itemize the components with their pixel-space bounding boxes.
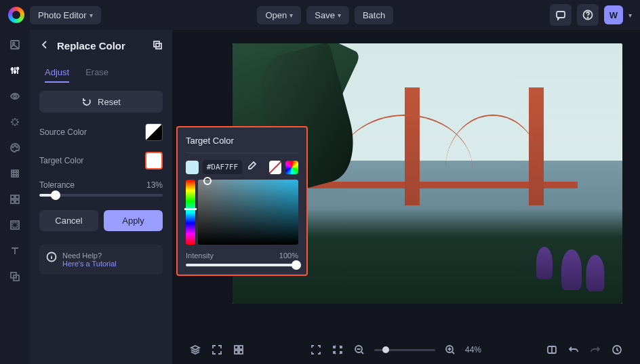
chevron-down-icon: ▾ (338, 12, 341, 19)
reset-label: Reset (98, 97, 121, 107)
help-tutorial-link[interactable]: Here's a Tutorial (62, 260, 117, 268)
zoom-slider[interactable] (374, 349, 435, 351)
svg-rect-21 (154, 41, 159, 47)
chat-icon (555, 9, 566, 20)
intensity-slider[interactable] (186, 264, 298, 266)
target-color-popup: Target Color #DAF7FF Intensity 100% (176, 126, 308, 276)
elements-tool-icon[interactable] (8, 193, 22, 206)
open-button[interactable]: Open ▾ (257, 6, 301, 24)
svg-rect-27 (239, 350, 243, 354)
side-panel: Replace Color Adjust Erase Reset Source … (30, 30, 172, 364)
zoom-out-icon[interactable] (353, 343, 366, 357)
svg-point-5 (12, 68, 14, 70)
rainbow-swatch[interactable] (285, 161, 298, 174)
fullscreen-icon[interactable] (309, 343, 323, 357)
svg-rect-13 (11, 195, 14, 199)
zoom-percent: 44% (465, 345, 481, 355)
tab-erase[interactable]: Erase (85, 63, 108, 83)
crop-tool-icon[interactable] (8, 167, 22, 180)
text-tool-icon[interactable] (8, 244, 22, 258)
redo-icon[interactable] (588, 343, 602, 357)
svg-point-9 (12, 146, 14, 148)
left-rail (0, 30, 30, 364)
svg-rect-26 (235, 350, 238, 354)
svg-rect-12 (12, 170, 18, 177)
app-selector[interactable]: Photo Editor ▾ (30, 6, 101, 24)
expand-icon[interactable] (210, 343, 224, 357)
svg-rect-16 (16, 200, 19, 203)
tolerance-slider[interactable] (39, 194, 163, 197)
back-button[interactable] (39, 39, 50, 52)
copy-icon[interactable] (152, 39, 163, 52)
saturation-value-picker[interactable] (198, 180, 298, 245)
hex-input[interactable]: #DAF7FF (203, 160, 242, 174)
chevron-down-icon: ▾ (89, 12, 93, 19)
history-icon[interactable] (610, 343, 624, 357)
tolerance-label: Tolerance (39, 180, 75, 190)
help-button[interactable] (577, 4, 599, 26)
current-color-swatch[interactable] (186, 161, 199, 174)
svg-rect-22 (156, 43, 161, 49)
zoom-in-icon[interactable] (443, 343, 457, 357)
chevron-down-icon: ▾ (289, 12, 293, 19)
svg-point-8 (14, 95, 16, 98)
app-selector-label: Photo Editor (38, 10, 87, 20)
info-icon (46, 251, 57, 262)
svg-rect-0 (557, 12, 565, 18)
palette-tool-icon[interactable] (8, 141, 22, 155)
help-question: Need Help? (62, 251, 117, 260)
svg-point-7 (17, 68, 19, 70)
avatar-letter: W (609, 10, 618, 20)
svg-point-2 (588, 18, 588, 18)
frame-tool-icon[interactable] (8, 218, 22, 232)
source-color-label: Source Color (39, 127, 87, 137)
source-color-swatch[interactable] (145, 123, 163, 141)
reset-icon (81, 96, 92, 107)
reset-button[interactable]: Reset (39, 91, 163, 113)
tolerance-value: 13% (146, 180, 163, 190)
help-box: Need Help? Here's a Tutorial (39, 245, 163, 275)
intensity-label: Intensity (186, 251, 214, 260)
image-tool-icon[interactable] (8, 38, 22, 52)
target-color-swatch[interactable] (145, 152, 163, 169)
panel-title: Replace Color (57, 40, 145, 52)
intensity-value: 100% (279, 251, 298, 260)
layers-icon[interactable] (188, 343, 202, 357)
feedback-button[interactable] (550, 4, 572, 26)
canvas-area: Target Color #DAF7FF Intensity 100% (172, 30, 640, 364)
svg-point-6 (14, 71, 16, 73)
fit-icon[interactable] (331, 343, 344, 357)
compare-icon[interactable] (545, 343, 559, 357)
eyedropper-button[interactable] (246, 161, 257, 174)
popup-title: Target Color (186, 136, 298, 153)
svg-rect-14 (16, 195, 19, 199)
apply-button[interactable]: Apply (104, 210, 163, 231)
chevron-down-icon[interactable]: ▾ (628, 12, 632, 19)
bottom-toolbar: 44% (172, 336, 640, 364)
svg-rect-24 (235, 346, 238, 349)
effects-tool-icon[interactable] (8, 115, 22, 129)
tab-adjust[interactable]: Adjust (45, 63, 69, 83)
no-color-swatch[interactable] (269, 161, 282, 174)
svg-rect-15 (11, 200, 14, 203)
eye-tool-icon[interactable] (8, 89, 22, 103)
target-color-label: Target Color (39, 156, 83, 165)
save-button[interactable]: Save ▾ (306, 6, 349, 24)
cancel-button[interactable]: Cancel (39, 210, 98, 231)
batch-button[interactable]: Batch (355, 6, 393, 24)
batch-label: Batch (363, 10, 385, 20)
open-label: Open (265, 10, 287, 20)
svg-point-10 (14, 145, 16, 146)
hue-slider[interactable] (186, 180, 195, 245)
app-logo (8, 7, 24, 23)
layers-tool-icon[interactable] (8, 270, 22, 283)
svg-rect-18 (13, 223, 18, 228)
adjust-tool-icon[interactable] (8, 64, 22, 77)
undo-icon[interactable] (567, 343, 580, 357)
user-avatar[interactable]: W (604, 5, 623, 24)
top-bar: Photo Editor ▾ Open ▾ Save ▾ Batch W ▾ (0, 0, 640, 30)
grid-icon[interactable] (232, 343, 245, 357)
svg-point-11 (16, 146, 18, 148)
svg-rect-25 (239, 346, 243, 349)
help-icon (582, 9, 593, 20)
